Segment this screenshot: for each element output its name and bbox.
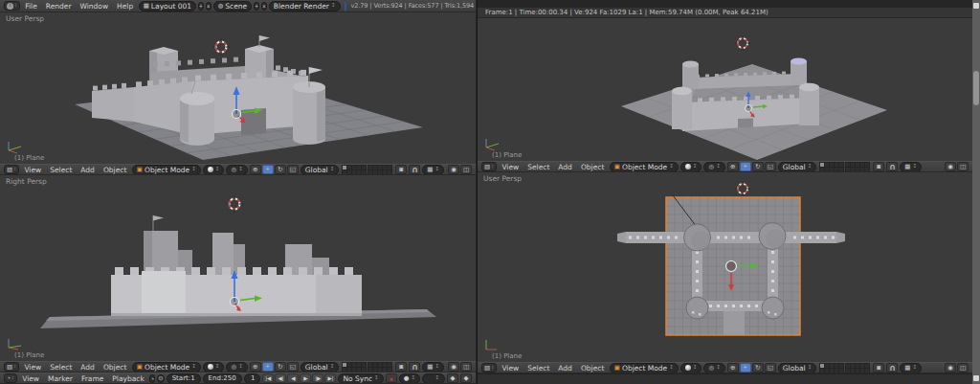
scrollbar-thumb[interactable] xyxy=(973,71,979,105)
menu-help[interactable]: Help xyxy=(114,2,137,11)
keying-set-field[interactable]: ↕ xyxy=(422,373,445,384)
play-reverse-button[interactable]: ◀ xyxy=(287,373,299,383)
lock-to-scene-button[interactable]: ◙ xyxy=(395,165,407,174)
render-engine-select[interactable]: Blender Render ↕ xyxy=(269,1,341,11)
orientation-select[interactable]: Global ↕ xyxy=(778,363,817,373)
viewport-bottom-right[interactable]: User Persp xyxy=(478,172,972,362)
pivot-center-select[interactable]: ◎ ↕ xyxy=(703,162,724,172)
rotate-manipulator-button[interactable]: ↻ xyxy=(275,165,286,174)
scale-manipulator-button[interactable]: ◱ xyxy=(765,363,776,373)
lock-to-scene-button[interactable]: ◙ xyxy=(873,363,884,373)
snap-element-select[interactable]: ▦ ↕ xyxy=(422,165,444,175)
menu-view[interactable]: View xyxy=(499,364,523,373)
viewport-bottom-left[interactable]: Right Persp xyxy=(0,175,476,361)
menu-add[interactable]: Add xyxy=(78,166,99,174)
scroll-up-button[interactable] xyxy=(973,3,979,9)
rotate-manipulator-button[interactable]: ↻ xyxy=(752,162,764,171)
editor-type-button[interactable]: i ↕ xyxy=(4,1,20,11)
translate-manipulator-button[interactable]: + xyxy=(740,363,751,373)
viewport-top-right[interactable]: (1) Plane xyxy=(478,18,972,161)
menu-view[interactable]: View xyxy=(499,163,523,171)
pivot-center-select[interactable]: ◎ ↕ xyxy=(226,165,247,175)
opengl-render-image-button[interactable]: ◉ xyxy=(945,162,956,171)
layers-widget[interactable] xyxy=(343,363,391,372)
opengl-render-anim-button[interactable]: ◫ xyxy=(957,162,969,171)
scale-manipulator-button[interactable]: ◱ xyxy=(765,162,776,171)
layers-group-2[interactable] xyxy=(846,163,869,171)
menu-object[interactable]: Object xyxy=(577,364,607,373)
scroll-down-button[interactable] xyxy=(973,375,979,381)
layers-widget[interactable] xyxy=(343,166,391,174)
viewport-shading-select[interactable]: ↕ xyxy=(203,362,225,373)
layers-group-2[interactable] xyxy=(368,363,391,372)
editor-type-button[interactable]: ▧ ↕ xyxy=(4,362,19,372)
delete-scene-button[interactable]: × xyxy=(261,2,267,11)
scale-manipulator-button[interactable]: ◱ xyxy=(287,165,299,174)
mode-select[interactable]: ▣ Object Mode ↕ xyxy=(610,162,679,172)
layers-group-1[interactable] xyxy=(343,166,366,174)
opengl-render-anim-button[interactable]: ◫ xyxy=(460,165,472,174)
add-scene-button[interactable]: + xyxy=(254,2,259,11)
menu-add[interactable]: Add xyxy=(555,163,576,171)
opengl-render-image-button[interactable]: ◉ xyxy=(448,362,459,372)
snap-toggle-button[interactable]: U xyxy=(409,165,420,174)
record-button[interactable]: ● xyxy=(386,373,397,383)
opengl-render-image-button[interactable]: ◉ xyxy=(448,165,459,174)
menu-select[interactable]: Select xyxy=(524,163,553,171)
scale-manipulator-button[interactable]: ◱ xyxy=(287,362,299,372)
menu-file[interactable]: File xyxy=(22,2,41,11)
menu-add[interactable]: Add xyxy=(78,363,99,372)
opengl-render-anim-button[interactable]: ◫ xyxy=(957,363,969,373)
menu-object[interactable]: Object xyxy=(577,163,607,171)
delete-screen-button[interactable]: × xyxy=(206,2,212,11)
menu-window[interactable]: Window xyxy=(77,2,112,11)
menu-frame[interactable]: Frame xyxy=(78,374,106,383)
jump-to-start-button[interactable]: |◀ xyxy=(262,373,274,383)
menu-view[interactable]: View xyxy=(21,166,45,174)
page-scrollbar[interactable] xyxy=(972,0,980,384)
sync-mode-select[interactable]: No Sync ↕ xyxy=(338,373,383,384)
layers-group-1[interactable] xyxy=(820,163,843,171)
scene-select[interactable]: ◍ Scene xyxy=(213,1,253,11)
next-keyframe-button[interactable]: |▶ xyxy=(312,373,323,383)
menu-object[interactable]: Object xyxy=(100,363,129,372)
menu-marker[interactable]: Marker xyxy=(45,374,77,383)
editor-type-button[interactable]: ▧ ↕ xyxy=(481,162,497,171)
opengl-render-image-button[interactable]: ◉ xyxy=(945,363,956,373)
layers-group-1[interactable] xyxy=(343,363,366,372)
viewport-shading-select[interactable]: ↕ xyxy=(680,162,702,172)
menu-add[interactable]: Add xyxy=(555,364,576,373)
layers-group-2[interactable] xyxy=(368,166,391,174)
layers-group-2[interactable] xyxy=(846,364,869,373)
menu-object[interactable]: Object xyxy=(100,166,129,174)
screen-layout-select[interactable]: ▦ Layout 001 xyxy=(139,1,196,11)
editor-type-button[interactable]: ▧ ↕ xyxy=(481,363,497,373)
mode-select[interactable]: ▣ Object Mode ↕ xyxy=(132,362,201,373)
menu-select[interactable]: Select xyxy=(47,166,76,174)
manipulator-enable-button[interactable]: ⊕ xyxy=(727,363,739,373)
lock-to-scene-button[interactable]: ◙ xyxy=(395,362,407,372)
orientation-select[interactable]: Global ↕ xyxy=(778,162,817,172)
translate-manipulator-button[interactable]: + xyxy=(262,362,274,372)
frame-start-field[interactable]: Start: 1 xyxy=(167,373,201,384)
snap-element-select[interactable]: ▦ ↕ xyxy=(900,363,922,373)
menu-select[interactable]: Select xyxy=(47,363,76,372)
menu-render[interactable]: Render xyxy=(42,2,75,11)
pivot-center-select[interactable]: ◎ ↕ xyxy=(703,363,724,373)
mode-select[interactable]: ▣ Object Mode ↕ xyxy=(132,165,201,175)
lock-time-cursor-toggle[interactable]: ⊙ xyxy=(157,374,164,383)
editor-type-button[interactable]: ▧ ↕ xyxy=(4,165,19,174)
layers-widget[interactable] xyxy=(820,163,869,171)
snap-element-select[interactable]: ▦ ↕ xyxy=(422,362,444,373)
rotate-manipulator-button[interactable]: ↻ xyxy=(275,362,286,372)
translate-manipulator-button[interactable]: + xyxy=(740,162,751,171)
jump-to-end-button[interactable]: ▶| xyxy=(324,373,336,383)
snap-toggle-button[interactable]: U xyxy=(886,162,898,171)
rotate-manipulator-button[interactable]: ↻ xyxy=(752,363,764,373)
layers-widget[interactable] xyxy=(820,364,869,373)
orientation-select[interactable]: Global ↕ xyxy=(301,362,340,373)
viewport-shading-select[interactable]: ↕ xyxy=(680,363,702,373)
snap-toggle-button[interactable]: U xyxy=(886,363,898,373)
viewport-top-left[interactable]: User Persp xyxy=(0,12,476,164)
mode-select[interactable]: ▣ Object Mode ↕ xyxy=(610,363,679,373)
